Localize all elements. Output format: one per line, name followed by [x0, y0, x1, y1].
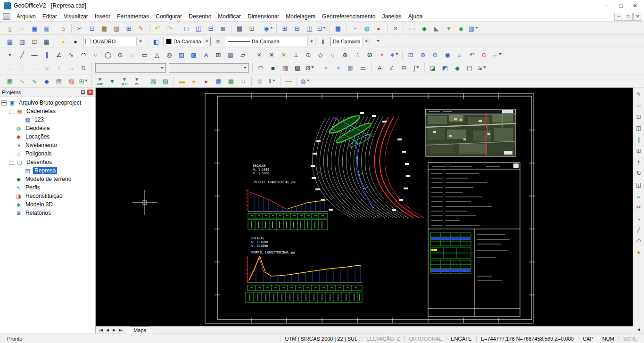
new-file-button[interactable]: ▯ — [4, 23, 16, 34]
terrain-brown-button[interactable]: ▤ — [464, 62, 476, 74]
target-snap-button[interactable]: ⌖ — [333, 62, 345, 74]
flag-red-button[interactable]: ▸ — [201, 75, 213, 87]
redo-button[interactable]: ↷ — [164, 23, 176, 34]
tree-item-poligonais[interactable]: △ Poligonais — [0, 149, 95, 158]
mirror-button[interactable]: ◫ — [634, 123, 644, 133]
solid-fill-button[interactable]: ■ — [267, 62, 279, 74]
menu-dimensionar[interactable]: Dimensionar — [244, 12, 282, 21]
view-shaded-button[interactable]: ◼ — [217, 23, 229, 34]
table-style-button[interactable]: ⊞ — [398, 62, 410, 74]
snap-midpoint-button[interactable]: ✕ — [266, 49, 278, 60]
menu-modelagem[interactable]: Modelagem — [282, 12, 319, 21]
next-sheet-button[interactable]: ▶ — [111, 327, 117, 334]
angle-tool-button[interactable]: ∠ — [386, 62, 398, 74]
mdi-close-button[interactable]: ✕ — [633, 13, 642, 21]
extend-button[interactable]: → — [634, 213, 644, 224]
table-button[interactable]: ⊞ — [213, 49, 224, 60]
grid-blue-button[interactable]: ▦ — [213, 75, 225, 87]
flip-vertical-button[interactable]: ↕ — [53, 62, 65, 74]
snap-tangent-button[interactable]: ○ — [327, 49, 339, 60]
menu-configurar[interactable]: Configurar — [152, 12, 185, 21]
explode-button[interactable]: ∗ — [634, 247, 644, 258]
label-pill-button[interactable]: ▬ — [176, 75, 188, 87]
offset-button[interactable]: ∥ — [634, 134, 644, 145]
profile-blue-button[interactable]: ◩ — [439, 62, 451, 74]
menu-inserir[interactable]: Inserir — [91, 12, 114, 21]
chevron-down-icon[interactable] — [136, 37, 144, 46]
chevron-down-icon[interactable] — [499, 53, 502, 57]
toolbar2-overflow-button[interactable] — [372, 36, 384, 47]
hatch-button[interactable]: ▨ — [176, 49, 188, 60]
stretch-button[interactable]: ↔ — [634, 191, 644, 201]
pin-icon[interactable] — [80, 90, 85, 95]
line-button[interactable]: ╱ — [17, 49, 28, 60]
target-point-button[interactable]: ⌖ — [321, 62, 332, 74]
collapse-toggle-icon[interactable] — [1, 100, 7, 106]
menu-desenho[interactable]: Desenho — [185, 12, 215, 21]
level-line-button[interactable]: — — [283, 75, 295, 87]
chevron-down-icon[interactable] — [307, 80, 310, 83]
layer-on-button[interactable]: ● — [58, 36, 69, 47]
chevron-down-icon[interactable] — [85, 80, 88, 83]
snap-track-button[interactable]: ⌖ — [376, 49, 388, 60]
shp-export-button[interactable]: ▼SHP — [119, 74, 131, 88]
zoom-dynamic-button[interactable]: ◉ — [442, 49, 454, 60]
section-lines-button[interactable]: ≣ — [254, 75, 266, 87]
view-single-button[interactable]: ◻ — [181, 23, 192, 34]
cad-viewport[interactable]: ESCALAS H. 1:1000 V. 1:5000 PERFIL TRANS… — [96, 88, 633, 326]
tree-item-reconstituicao[interactable]: ◨ Reconstituição — [0, 192, 95, 200]
snap-intersection-button[interactable]: ✕ — [278, 49, 290, 60]
parallel-lines-button[interactable]: ∥ — [41, 49, 53, 60]
alert-flag-button[interactable]: ▸ — [373, 23, 385, 34]
zoom-realtime-button[interactable]: ⊙ — [479, 49, 490, 60]
spline-button[interactable]: ∿ — [66, 49, 77, 60]
menu-modificar[interactable]: Modificar — [215, 12, 244, 21]
maximize-button[interactable]: □ — [614, 0, 628, 11]
linetype-combo[interactable]: Da Camada — [226, 37, 315, 46]
cad-drawing[interactable]: ESCALAS H. 1:1000 V. 1:5000 PERFIL TRANS… — [96, 88, 633, 326]
zoom-extents-button[interactable]: ⌂ — [454, 49, 466, 60]
tree-item-represa[interactable]: ▤ Represa — [0, 166, 95, 175]
break-button[interactable]: ╱ — [634, 225, 644, 235]
print-button[interactable]: ▤ — [234, 23, 246, 34]
menu-janelas[interactable]: Janelas — [379, 12, 405, 21]
layer-combo[interactable]: QUADRO — [83, 37, 144, 46]
layer-lock-button[interactable]: ⊡ — [29, 36, 41, 47]
save-all-button[interactable]: ▣ — [41, 23, 53, 34]
region-button[interactable]: ▱ — [237, 49, 249, 60]
donut-button[interactable]: ◎ — [164, 49, 175, 60]
surface-view-button[interactable]: ◆ — [419, 23, 430, 34]
magic-select-button[interactable]: ✕ — [390, 23, 402, 34]
no-fill-button[interactable]: Ø — [304, 62, 316, 74]
tree-item-perfis[interactable]: ∿ Perfis — [0, 183, 95, 192]
fillet-button[interactable]: ◠ — [634, 236, 644, 246]
spacing-tool-button[interactable]: ‖ — [266, 75, 278, 87]
window-new-button[interactable]: ⊞ — [279, 23, 291, 34]
rectangle-button[interactable]: ▭ — [139, 49, 151, 60]
chevron-down-icon[interactable] — [270, 27, 273, 30]
menu-editar[interactable]: Editar — [39, 12, 60, 21]
scale-button[interactable]: ◱ — [634, 180, 644, 190]
chevron-down-icon[interactable] — [475, 27, 478, 30]
text-style-button[interactable]: A — [374, 62, 386, 74]
tree-item-geodesia[interactable]: ◍ Geodésia — [0, 124, 95, 132]
mdi-minimize-button[interactable]: ─ — [614, 13, 623, 21]
lineweight-combo[interactable]: Da Camada — [330, 37, 370, 46]
shp-import-button[interactable]: ▼SHP — [94, 74, 106, 88]
terrain-profile-button[interactable]: ◪ — [427, 62, 439, 74]
snap-perpendicular-button[interactable]: ⊥ — [290, 49, 302, 60]
flag-yellow-button[interactable]: ▸ — [189, 75, 200, 87]
window-cascade-button[interactable]: ⊡ — [316, 23, 328, 34]
copy-button[interactable]: ⊡ — [86, 23, 98, 34]
snap-center-button[interactable]: ⊙ — [303, 49, 314, 60]
last-sheet-button[interactable]: ▶| — [117, 327, 124, 334]
status-snap-toggle[interactable]: ENGATE — [446, 336, 476, 342]
snap-settings-button[interactable]: ∗ — [388, 49, 400, 60]
zoom-previous-button[interactable]: ↶ — [466, 49, 478, 60]
chevron-down-icon[interactable] — [377, 40, 380, 43]
help-about-button[interactable]: ◉ — [263, 23, 274, 34]
point-grid-button[interactable]: ∷ — [238, 75, 249, 87]
prev-sheet-button[interactable]: ◀ — [104, 327, 111, 334]
rotate-button[interactable]: ↻ — [634, 168, 644, 179]
text-button[interactable]: A — [200, 49, 212, 60]
